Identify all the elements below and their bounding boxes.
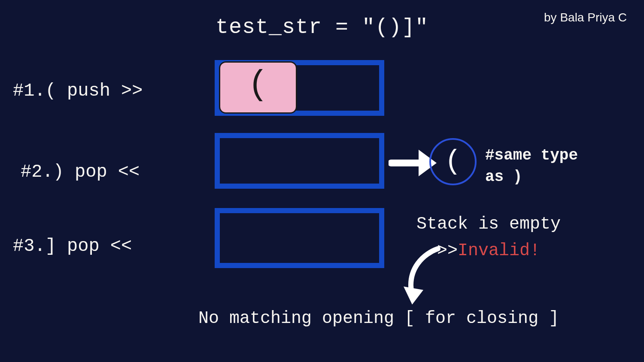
byline: by Bala Priya C: [544, 11, 627, 24]
note-same-line2: as ): [485, 166, 578, 188]
curved-arrow-icon: [399, 244, 447, 309]
stack-box-3: [215, 208, 384, 268]
note-same-line1: #same type: [485, 145, 578, 166]
stack-item-pink: (: [219, 61, 297, 114]
step-1-label: #1.( push >>: [13, 81, 143, 101]
note-invalid-word: Invalid!: [458, 241, 540, 260]
popped-item-circle: (: [429, 138, 477, 185]
note-invalid: >>Invalid!: [437, 241, 540, 260]
stack-item-char: (: [248, 68, 268, 102]
stack-box-2: [215, 133, 384, 189]
note-stack-empty: Stack is empty: [416, 214, 561, 234]
bottom-message: No matching opening [ for closing ]: [198, 309, 559, 328]
step-3-label: #3.] pop <<: [13, 236, 132, 256]
note-same-type: #same type as ): [485, 145, 578, 188]
popped-item-char: (: [445, 146, 461, 177]
step-2-label: #2.) pop <<: [21, 162, 140, 182]
